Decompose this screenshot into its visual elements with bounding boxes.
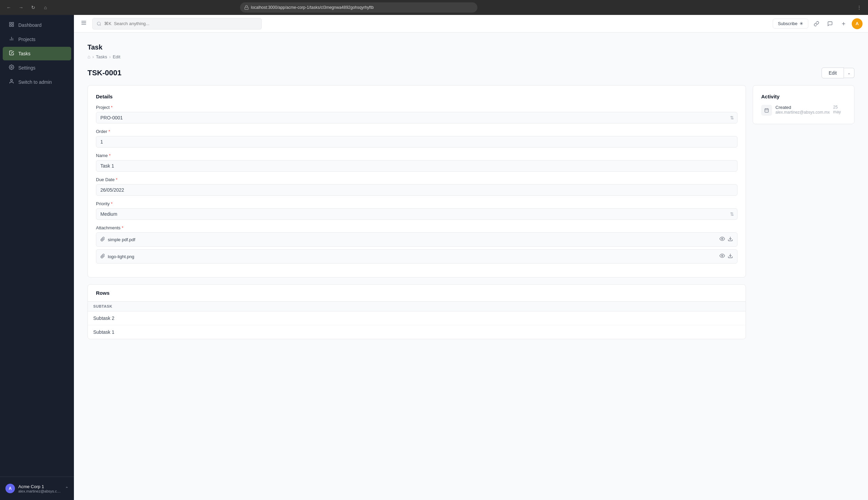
priority-select[interactable]: Medium Low High — [96, 208, 738, 220]
download-attachment-button[interactable] — [728, 253, 733, 260]
attachment-actions — [719, 253, 733, 260]
svg-point-10 — [97, 22, 100, 25]
activity-item: Created alex.martinez@absys.com.mx 25 ma… — [761, 105, 846, 116]
attachments-label: Attachments * — [96, 225, 738, 230]
home-button[interactable]: ⌂ — [41, 3, 50, 12]
two-column-layout: Details Project * PRO-0001 ⇅ — [88, 85, 854, 346]
activity-column: Activity Created alex.martinez@absys.com… — [753, 85, 854, 131]
rows-section-title: Rows — [88, 285, 745, 301]
workspace-info[interactable]: A Acme Corp 1 alex.martinez@absys.co... … — [3, 481, 71, 496]
details-section: Details Project * PRO-0001 ⇅ — [88, 85, 746, 277]
details-column: Details Project * PRO-0001 ⇅ — [88, 85, 746, 346]
workspace-text: Acme Corp 1 alex.martinez@absys.co... — [18, 484, 62, 493]
subscribe-button[interactable]: Subscribe ✳ — [773, 19, 808, 29]
attachment-name: simple pdf.pdf — [108, 237, 717, 242]
svg-point-6 — [11, 79, 12, 81]
activity-section: Activity Created alex.martinez@absys.com… — [753, 85, 854, 124]
page-content: Task ⌂ › Tasks › Edit TSK-0001 Edit ⌄ — [74, 33, 868, 500]
attachment-paperclip-icon — [100, 254, 105, 260]
forward-button[interactable]: → — [16, 3, 26, 12]
download-attachment-button[interactable] — [728, 236, 733, 243]
svg-rect-1 — [10, 22, 11, 24]
sidebar-item-settings[interactable]: Settings — [3, 61, 71, 75]
sidebar-item-label: Tasks — [18, 51, 31, 56]
priority-select-wrap: Medium Low High ⇅ — [96, 208, 738, 220]
reload-button[interactable]: ↻ — [28, 3, 38, 12]
search-bar[interactable] — [92, 18, 262, 30]
main-content: Subscribe ✳ A Task ⌂ › Ta — [74, 15, 868, 500]
sidebar-nav: Dashboard Projects Tasks Settings — [0, 15, 74, 477]
edit-button[interactable]: Edit — [822, 68, 844, 78]
project-select[interactable]: PRO-0001 — [96, 112, 738, 124]
view-attachment-button[interactable] — [719, 236, 725, 243]
due-date-label: Due Date * — [96, 177, 738, 182]
svg-rect-18 — [765, 109, 769, 112]
attachment-actions — [719, 236, 733, 243]
svg-rect-2 — [12, 22, 14, 24]
activity-icon — [761, 105, 772, 116]
back-button[interactable]: ← — [4, 3, 14, 12]
project-field-group: Project * PRO-0001 ⇅ — [96, 105, 738, 124]
sidebar-footer: A Acme Corp 1 alex.martinez@absys.co... … — [0, 477, 74, 500]
name-label: Name * — [96, 153, 738, 158]
sidebar-item-dashboard[interactable]: Dashboard — [3, 18, 71, 32]
add-button[interactable] — [838, 18, 849, 29]
subscribe-label: Subscribe — [778, 21, 798, 26]
name-field-group: Name * — [96, 153, 738, 172]
sidebar-item-label: Settings — [18, 65, 36, 70]
sidebar-item-tasks[interactable]: Tasks — [3, 47, 71, 60]
svg-point-5 — [11, 67, 12, 68]
tasks-icon — [8, 50, 15, 57]
priority-label: Priority * — [96, 201, 738, 206]
switch-admin-icon — [8, 79, 15, 86]
due-date-input[interactable] — [96, 184, 738, 196]
url-text: localhost:3000/app/acme-corp-1/tasks/cl3… — [251, 5, 374, 10]
name-input[interactable] — [96, 160, 738, 172]
priority-field-group: Priority * Medium Low High ⇅ — [96, 201, 738, 220]
breadcrumb-edit[interactable]: Edit — [113, 54, 120, 59]
attachment-item: logo-light.png — [96, 249, 738, 264]
browser-actions: ⋮ — [854, 3, 864, 12]
subscribe-icon: ✳ — [799, 21, 803, 26]
address-bar[interactable]: localhost:3000/app/acme-corp-1/tasks/cl3… — [240, 2, 477, 13]
due-date-field-group: Due Date * — [96, 177, 738, 196]
activity-content: Created alex.martinez@absys.com.mx — [775, 105, 830, 115]
attachment-item: simple pdf.pdf — [96, 232, 738, 247]
user-avatar[interactable]: A — [852, 18, 863, 29]
sidebar-item-label: Switch to admin — [18, 79, 52, 85]
settings-icon — [8, 65, 15, 71]
svg-line-11 — [100, 24, 101, 25]
sidebar: Dashboard Projects Tasks Settings — [0, 15, 74, 500]
edit-dropdown-button[interactable]: ⌄ — [844, 68, 854, 78]
svg-point-16 — [721, 255, 723, 257]
task-header: TSK-0001 Edit ⌄ — [88, 68, 854, 78]
sidebar-item-projects[interactable]: Projects — [3, 33, 71, 46]
projects-icon — [8, 36, 15, 43]
link-button[interactable] — [811, 18, 822, 29]
comment-button[interactable] — [825, 18, 835, 29]
order-field-group: Order * — [96, 129, 738, 148]
home-icon: ⌂ — [88, 54, 90, 59]
breadcrumb-tasks[interactable]: Tasks — [96, 54, 107, 59]
subtask-cell: Subtask 2 — [88, 311, 745, 325]
search-input[interactable] — [104, 21, 257, 26]
subtask-cell: Subtask 1 — [88, 325, 745, 339]
order-input[interactable] — [96, 136, 738, 148]
svg-rect-4 — [10, 25, 11, 26]
search-icon — [97, 21, 101, 26]
details-title: Details — [96, 94, 738, 99]
menu-button[interactable] — [79, 18, 88, 29]
sidebar-item-switch-admin[interactable]: Switch to admin — [3, 75, 71, 89]
dashboard-icon — [8, 22, 15, 29]
topbar-actions: Subscribe ✳ A — [773, 18, 863, 29]
app-container: Dashboard Projects Tasks Settings — [0, 15, 868, 500]
view-attachment-button[interactable] — [719, 253, 725, 260]
lock-icon — [244, 5, 249, 10]
order-label: Order * — [96, 129, 738, 134]
workspace-avatar: A — [5, 484, 15, 493]
breadcrumb: ⌂ › Tasks › Edit — [88, 54, 854, 59]
svg-rect-3 — [12, 25, 14, 26]
attachments-field-group: Attachments * simple pdf.pdf — [96, 225, 738, 264]
sidebar-item-label: Dashboard — [18, 22, 42, 28]
extensions-button[interactable]: ⋮ — [854, 3, 864, 12]
